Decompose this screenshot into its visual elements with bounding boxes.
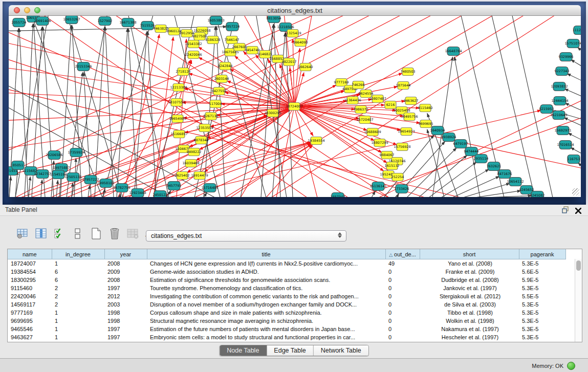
graph-node[interactable]: 746266 (352, 81, 365, 89)
graph-node[interactable]: 15720407 (356, 116, 373, 124)
graph-node[interactable]: 20153346 (75, 62, 92, 71)
graph-node[interactable]: 2718126 (176, 68, 191, 76)
graph-node[interactable]: 9115460 (418, 104, 433, 112)
graph-node[interactable]: 20691406 (34, 17, 51, 26)
graph-node[interactable]: 116753 (568, 155, 580, 164)
node-attribute-table[interactable]: namein_degreeyeartitle△out_de...shortpag… (7, 249, 582, 342)
table-row[interactable]: 1456911722003Disruption of a novel membe… (8, 300, 565, 309)
float-panel-icon[interactable] (562, 206, 570, 215)
column-header-name[interactable]: name (8, 249, 52, 259)
graph-node[interactable]: 16671388 (119, 18, 136, 27)
graph-node[interactable]: 2450122 (153, 191, 168, 198)
graph-edge[interactable] (567, 74, 581, 83)
graph-node[interactable]: 15136141 (369, 182, 386, 191)
graph-edge[interactable] (294, 48, 300, 106)
graph-edge[interactable] (88, 185, 90, 197)
graph-node[interactable]: 20206586 (46, 151, 62, 160)
graph-node[interactable]: 17957222 (82, 176, 99, 184)
table-scrollbar-thumb[interactable] (576, 260, 581, 271)
graph-node[interactable]: 1875644 (396, 82, 411, 90)
column-header-short[interactable]: short (420, 249, 519, 259)
graph-node[interactable]: 12342757 (34, 170, 51, 179)
graph-node[interactable]: 1557343 (331, 193, 345, 198)
column-header-pagerank[interactable]: pagerank (519, 249, 565, 259)
graph-node[interactable]: 7857224 (225, 23, 240, 31)
window-titlebar[interactable]: citations_edges.txt (9, 5, 581, 16)
graph-node[interactable]: 12923448 (129, 189, 146, 198)
graph-node[interactable]: 16039468 (182, 160, 199, 167)
graph-node[interactable]: 6479197 (453, 140, 468, 148)
graph-node[interactable]: 16053803 (207, 16, 224, 25)
graph-node[interactable]: 9329966 (559, 53, 574, 61)
graph-edge[interactable] (454, 57, 480, 197)
graph-node[interactable]: 85051 (12, 161, 24, 170)
column-header-title[interactable]: title (147, 249, 385, 259)
graph-node[interactable]: 1527902 (98, 17, 113, 26)
graph-node[interactable]: 1112304 (573, 26, 581, 35)
table-row[interactable]: 1830029562008Estimation of significance … (8, 276, 565, 284)
graph-node[interactable]: 8186328 (206, 36, 221, 44)
table-selector-dropdown[interactable]: citations_edges.txt (146, 230, 346, 242)
graph-node[interactable]: 9827508 (192, 33, 207, 40)
graph-edge[interactable] (9, 16, 317, 154)
graph-node[interactable]: 10688609 (364, 128, 381, 136)
graph-node[interactable]: 12505135 (64, 173, 81, 182)
graph-node[interactable]: 16648784 (445, 47, 462, 56)
graph-node[interactable]: 7546147 (225, 36, 239, 44)
column-header-year[interactable]: year (104, 249, 147, 259)
graph-node[interactable]: 7632621 (487, 162, 502, 171)
graph-node[interactable]: 2935114 (474, 155, 489, 163)
graph-node[interactable]: 21364436 (344, 97, 361, 104)
split-view-icon[interactable] (71, 227, 84, 240)
graph-node[interactable]: 9498222 (187, 148, 202, 156)
table-row[interactable]: 1872400712008Changes of HCN gene express… (8, 259, 565, 268)
table-scrollbar[interactable] (575, 259, 582, 342)
graph-edge[interactable] (578, 163, 581, 171)
graph-node[interactable]: 12444154 (551, 97, 568, 105)
graph-node[interactable]: 12093832 (551, 82, 568, 91)
graph-edge[interactable] (67, 16, 123, 197)
graph-edge[interactable] (256, 16, 287, 197)
graph-edge[interactable] (41, 180, 42, 197)
graph-node[interactable]: 22420046 (185, 51, 202, 59)
graph-edge[interactable] (577, 47, 581, 56)
graph-node[interactable]: 15716485 (201, 184, 218, 192)
graph-node[interactable]: 2603144 (214, 75, 229, 83)
graph-node[interactable]: 16782759 (113, 184, 130, 192)
graph-edge[interactable] (29, 177, 30, 197)
graph-node[interactable]: 10654112 (507, 178, 524, 186)
graph-node[interactable]: 8878344 (194, 137, 209, 144)
graph-edge[interactable] (407, 148, 456, 197)
graph-node[interactable]: 7986372 (354, 106, 368, 114)
graph-node[interactable]: 8427552 (212, 87, 227, 95)
new-table-icon[interactable] (89, 227, 103, 240)
graph-node[interactable]: 9245082 (530, 191, 545, 198)
graph-node[interactable]: 1615132 (385, 162, 400, 170)
window-resize-grip[interactable] (572, 188, 579, 195)
table-header-row[interactable]: namein_degreeyeartitle△out_de...shortpag… (8, 249, 565, 259)
graph-node[interactable]: 7463822 (154, 25, 168, 33)
graph-node[interactable]: 15751074 (564, 39, 581, 48)
network-view-window[interactable]: citations_edges.txt 20557241065326206914… (9, 5, 581, 197)
column-header-in_degree[interactable]: in_degree (52, 249, 104, 259)
graph-node[interactable]: 117004 (209, 100, 222, 108)
graph-node[interactable]: 1662640 (298, 63, 313, 71)
graph-edge[interactable] (463, 183, 510, 197)
table-row[interactable]: 946362711997Embryonic stem cells: a mode… (8, 333, 565, 341)
graph-node[interactable]: 8471676 (497, 170, 512, 179)
graph-node[interactable]: 8938924 (442, 133, 456, 142)
graph-node[interactable]: 15692971 (554, 126, 571, 135)
table-row[interactable]: 911546021997Tourette syndrome. Phenomeno… (8, 284, 565, 292)
graph-node[interactable]: 1733426 (395, 185, 409, 193)
graph-node[interactable]: 17359924 (68, 148, 84, 157)
graph-node[interactable]: 7480503 (401, 68, 416, 76)
graph-edge[interactable] (486, 195, 532, 197)
tab-node-table[interactable]: Node Table (220, 345, 267, 356)
graph-edge[interactable] (286, 33, 293, 197)
table-row[interactable]: 977716911998Corpus callosum shape and si… (8, 309, 565, 317)
graph-node[interactable]: 9463627 (404, 97, 419, 105)
graph-node[interactable]: 7515526 (140, 21, 155, 30)
graph-node[interactable]: 17016514 (557, 141, 574, 149)
graph-node[interactable]: 9457791 (167, 182, 182, 190)
graph-node[interactable]: 252254 (391, 173, 404, 181)
